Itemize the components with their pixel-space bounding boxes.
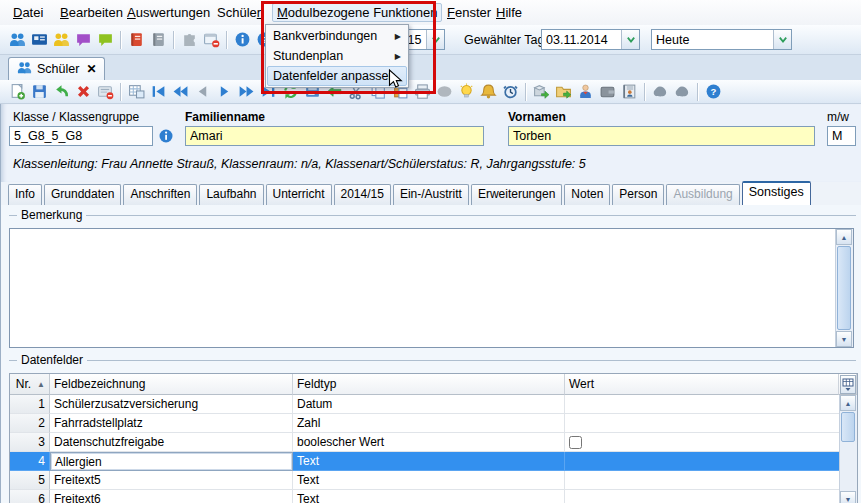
new-record-icon[interactable]: [6, 82, 28, 102]
table-row[interactable]: 4AllergienText: [10, 452, 857, 471]
info-icon[interactable]: [158, 128, 174, 144]
scrollbar-thumb[interactable]: [837, 246, 851, 330]
cell-wert[interactable]: [565, 395, 857, 414]
cell-feldtyp[interactable]: Text: [293, 471, 565, 490]
cell-nr[interactable]: 3: [10, 433, 50, 452]
cell-feldbezeichnung[interactable]: Freitext6: [50, 490, 293, 503]
tab-anschriften[interactable]: Anschriften: [123, 184, 197, 205]
save-icon[interactable]: [28, 82, 50, 102]
cell-feldbezeichnung[interactable]: Datenschutzfreigabe: [50, 433, 293, 452]
menu-bearbeiten[interactable]: Bearbeiten: [55, 3, 128, 22]
red-book-icon[interactable]: [125, 30, 147, 50]
note-green-icon[interactable]: [94, 30, 116, 50]
cell-wert[interactable]: [565, 471, 857, 490]
info-icon[interactable]: [231, 30, 253, 50]
nav-next-icon[interactable]: [213, 82, 235, 102]
undo-icon[interactable]: [50, 82, 72, 102]
surname-input[interactable]: [185, 126, 484, 146]
day-mode-value[interactable]: [652, 33, 773, 47]
window-remove-icon[interactable]: [200, 30, 222, 50]
notebook-person-icon[interactable]: [618, 82, 640, 102]
tab-unterricht[interactable]: Unterricht: [266, 184, 332, 205]
selected-day-value[interactable]: [542, 33, 621, 47]
scroll-up-icon[interactable]: ▲: [840, 395, 856, 411]
students-group-icon[interactable]: [6, 30, 28, 50]
menu-fenster[interactable]: Fenster: [442, 3, 496, 22]
note-purple-icon[interactable]: [72, 30, 94, 50]
gray-tool-1-icon[interactable]: [649, 82, 671, 102]
help-icon[interactable]: ?: [702, 82, 724, 102]
bemerkung-scrollbar[interactable]: ▲ ▼: [835, 229, 853, 347]
menu-auswertungen[interactable]: Auswertungen: [122, 3, 215, 22]
scroll-up-icon[interactable]: ▲: [836, 229, 852, 245]
cell-feldbezeichnung[interactable]: Fahrradstellplatz: [50, 414, 293, 433]
tab-ausbildung[interactable]: Ausbildung: [666, 184, 739, 205]
table-row[interactable]: 6Freitext6Text: [10, 490, 857, 503]
cell-feldbezeichnung[interactable]: Allergien: [50, 452, 293, 471]
delete-icon[interactable]: [72, 82, 94, 102]
menu-datei[interactable]: Datei: [8, 3, 48, 22]
export-folder-icon[interactable]: [552, 82, 574, 102]
nav-prev-fast-icon[interactable]: [169, 82, 191, 102]
tab-schueler-document[interactable]: Schüler ✕: [8, 57, 105, 80]
cell-nr[interactable]: 1: [10, 395, 50, 414]
tab-2014-15[interactable]: 2014/15: [334, 184, 391, 205]
cell-feldtyp[interactable]: Text: [293, 452, 565, 471]
cell-nr[interactable]: 4: [10, 452, 50, 471]
import-box-icon[interactable]: [530, 82, 552, 102]
wert-checkbox[interactable]: [569, 436, 582, 449]
nav-first-icon[interactable]: [147, 82, 169, 102]
table-options-button[interactable]: [840, 375, 856, 394]
cell-wert[interactable]: [565, 452, 857, 471]
menu-item-stundenplan[interactable]: Stundenplan▶: [267, 46, 407, 66]
record-circle-icon[interactable]: [433, 82, 455, 102]
print-icon[interactable]: [411, 82, 433, 102]
cell-feldtyp[interactable]: Text: [293, 490, 565, 503]
day-mode-combobox[interactable]: [651, 29, 792, 50]
nav-prev-icon[interactable]: [191, 82, 213, 102]
nav-next-fast-icon[interactable]: [235, 82, 257, 102]
tab-ein-austritt[interactable]: Ein-/Austritt: [393, 184, 469, 205]
cell-feldbezeichnung[interactable]: Schülerzusatzversicherung: [50, 395, 293, 414]
chevron-down-icon[interactable]: [426, 30, 444, 49]
firstname-input[interactable]: [508, 126, 815, 146]
table-row[interactable]: 1SchülerzusatzversicherungDatum: [10, 395, 857, 414]
menu-hilfe[interactable]: Hilfe: [491, 3, 527, 22]
alarm-clock-icon[interactable]: [499, 82, 521, 102]
chevron-down-icon[interactable]: [621, 30, 639, 49]
discard-form-icon[interactable]: [94, 82, 116, 102]
bell-icon[interactable]: [477, 82, 499, 102]
student-person-icon[interactable]: [574, 82, 596, 102]
cell-wert[interactable]: [565, 490, 857, 503]
tab-noten[interactable]: Noten: [564, 184, 610, 205]
chevron-down-icon[interactable]: [773, 30, 791, 49]
gender-input[interactable]: [827, 126, 856, 146]
scrollbar-thumb[interactable]: [841, 412, 855, 442]
menu-item-bankverbindungen[interactable]: Bankverbindungen▶: [267, 26, 407, 46]
cell-feldbezeichnung[interactable]: Freitext5: [50, 471, 293, 490]
menu-schüler[interactable]: Schüler: [212, 3, 266, 22]
cell-wert[interactable]: [565, 414, 857, 433]
cell-feldtyp[interactable]: Zahl: [293, 414, 565, 433]
tab-erweiterungen[interactable]: Erweiterungen: [471, 184, 562, 205]
tab-sonstiges[interactable]: Sonstiges: [742, 181, 811, 205]
menu-item-datenfelder-anpassen[interactable]: Datenfelder anpassen: [267, 66, 407, 86]
column-header-feldbezeichnung[interactable]: Feldbezeichnung: [50, 374, 293, 395]
table-row[interactable]: 3Datenschutzfreigabeboolescher Wert: [10, 433, 857, 452]
cell-nr[interactable]: 6: [10, 490, 50, 503]
scroll-down-icon[interactable]: ▼: [840, 491, 856, 503]
tab-info[interactable]: Info: [8, 184, 42, 205]
gray-tool-2-icon[interactable]: [671, 82, 693, 102]
wallet-icon[interactable]: [596, 82, 618, 102]
table-row[interactable]: 5Freitext5Text: [10, 471, 857, 490]
tab-person[interactable]: Person: [612, 184, 664, 205]
cell-wert[interactable]: [565, 433, 857, 452]
class-input[interactable]: [9, 126, 153, 146]
hint-bulb-icon[interactable]: [455, 82, 477, 102]
address-book-icon[interactable]: [147, 30, 169, 50]
table-scrollbar[interactable]: ▲ ▼: [839, 395, 857, 503]
persons-yellow-icon[interactable]: [50, 30, 72, 50]
tab-laufbahn[interactable]: Laufbahn: [199, 184, 263, 205]
class-table-icon[interactable]: [28, 30, 50, 50]
cell-feldtyp[interactable]: Datum: [293, 395, 565, 414]
